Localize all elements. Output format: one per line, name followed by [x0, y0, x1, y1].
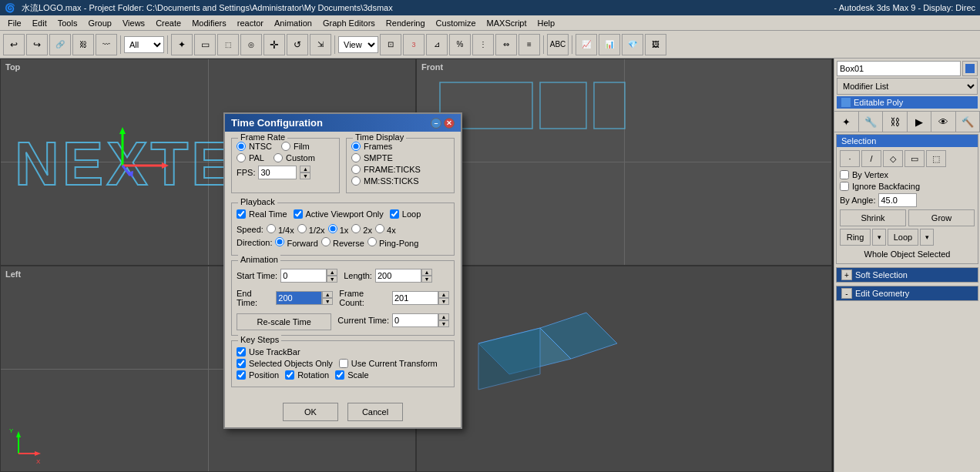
- rotation-checkbox[interactable]: [285, 370, 294, 380]
- loop-button[interactable]: Loop: [888, 229, 918, 246]
- cancel-button[interactable]: Cancel: [347, 403, 403, 421]
- speed-1x-radio[interactable]: [328, 224, 337, 233]
- menu-help[interactable]: Help: [533, 17, 560, 29]
- filter-dropdown[interactable]: All: [124, 36, 164, 53]
- unlink-button[interactable]: ⛓: [72, 34, 94, 55]
- smpte-radio[interactable]: [351, 153, 361, 162]
- loop-checkbox[interactable]: [390, 209, 399, 219]
- forward-radio[interactable]: [275, 237, 284, 246]
- menu-animation[interactable]: Animation: [270, 17, 317, 29]
- schematic-button[interactable]: 📊: [599, 34, 620, 55]
- loop-spin-btn[interactable]: ▾: [920, 229, 934, 246]
- menu-create[interactable]: Create: [151, 17, 186, 29]
- menu-file[interactable]: File: [3, 17, 26, 29]
- object-name-input[interactable]: [837, 61, 961, 76]
- film-radio[interactable]: [281, 142, 290, 151]
- scale-button[interactable]: ⇲: [310, 34, 331, 55]
- pal-radio[interactable]: [237, 153, 246, 162]
- fps-input[interactable]: [258, 166, 297, 179]
- mirror-button[interactable]: ⇔: [495, 34, 517, 55]
- menu-tools[interactable]: Tools: [53, 17, 82, 29]
- object-color-swatch[interactable]: [962, 61, 978, 76]
- display-tab[interactable]: 👁: [931, 112, 956, 132]
- viewport-front[interactable]: Front: [416, 59, 832, 266]
- menu-graph-editors[interactable]: Graph Editors: [318, 17, 380, 29]
- start-time-input[interactable]: [280, 269, 327, 283]
- redo-button[interactable]: ↪: [26, 34, 48, 55]
- poly-sel-icon[interactable]: ▭: [904, 150, 925, 167]
- ignore-backfacing-checkbox[interactable]: [840, 182, 849, 191]
- speed-2x-radio[interactable]: [351, 224, 361, 233]
- shrink-button[interactable]: Shrink: [840, 209, 906, 226]
- speed-1-4x-radio[interactable]: [267, 224, 276, 233]
- position-checkbox[interactable]: [237, 370, 246, 380]
- realtime-checkbox[interactable]: [237, 209, 246, 219]
- rescale-time-button[interactable]: Re-scale Time: [237, 313, 331, 330]
- named-sel-button[interactable]: ABC: [547, 34, 569, 55]
- use-trackbar-checkbox[interactable]: [237, 347, 246, 357]
- vertex-sel-icon[interactable]: ·: [840, 150, 860, 167]
- length-up[interactable]: ▲: [421, 269, 432, 276]
- select-object-button[interactable]: ✦: [171, 34, 193, 55]
- frame-count-input[interactable]: [392, 291, 438, 305]
- rotate-button[interactable]: ↺: [287, 34, 308, 55]
- time-config-dialog[interactable]: Time Configuration – ✕ Frame Rate NTSC F…: [223, 112, 462, 429]
- snap-toggle[interactable]: ⊡: [380, 34, 401, 55]
- edit-geometry-header[interactable]: - Edit Geometry: [837, 286, 978, 300]
- ntsc-radio[interactable]: [237, 142, 246, 151]
- length-input[interactable]: [375, 269, 421, 283]
- select-circle-button[interactable]: ◎: [240, 34, 262, 55]
- curve-editor-button[interactable]: 📈: [576, 34, 597, 55]
- border-sel-icon[interactable]: ◇: [883, 150, 903, 167]
- end-time-input[interactable]: [276, 291, 322, 305]
- ok-button[interactable]: OK: [283, 403, 338, 421]
- pingpong-radio[interactable]: [368, 237, 377, 246]
- current-time-input[interactable]: [392, 313, 438, 327]
- end-time-up[interactable]: ▲: [322, 291, 333, 298]
- view-dropdown[interactable]: View: [338, 36, 378, 53]
- modifier-list-dropdown[interactable]: Modifier List: [837, 78, 978, 95]
- current-time-up[interactable]: ▲: [438, 313, 449, 320]
- frame-count-down[interactable]: ▼: [438, 298, 449, 305]
- align-button[interactable]: ≡: [519, 34, 540, 55]
- element-sel-icon[interactable]: ⬚: [926, 150, 946, 167]
- select-rect-button[interactable]: ⬚: [217, 34, 239, 55]
- start-time-down[interactable]: ▼: [327, 276, 337, 283]
- angle-snap[interactable]: ⊿: [426, 34, 448, 55]
- frame-count-up[interactable]: ▲: [438, 291, 449, 298]
- select-link-button[interactable]: 🔗: [49, 34, 71, 55]
- reverse-radio[interactable]: [321, 237, 331, 246]
- menu-customize[interactable]: Customize: [431, 17, 481, 29]
- speed-4x-radio[interactable]: [375, 224, 384, 233]
- editable-poly-item[interactable]: Editable Poly: [837, 96, 978, 109]
- bind-spacewarp-button[interactable]: 〰: [96, 34, 117, 55]
- edge-sel-icon[interactable]: /: [861, 150, 881, 167]
- frameticks-radio[interactable]: [351, 165, 361, 174]
- use-current-transform-checkbox[interactable]: [339, 359, 348, 368]
- menu-reactor[interactable]: reactor: [233, 17, 268, 29]
- hierarchy-tab[interactable]: ⛓: [883, 112, 908, 132]
- select-region-button[interactable]: ▭: [194, 34, 216, 55]
- fps-spin-down[interactable]: ▼: [300, 172, 310, 179]
- current-time-down[interactable]: ▼: [438, 320, 449, 327]
- motion-tab[interactable]: ▶: [908, 112, 932, 132]
- render-button[interactable]: 🖼: [645, 34, 666, 55]
- menu-rendering[interactable]: Rendering: [381, 17, 430, 29]
- soft-sel-collapse[interactable]: +: [841, 269, 852, 280]
- dialog-minimize[interactable]: –: [431, 118, 441, 129]
- edit-geom-collapse[interactable]: -: [841, 288, 852, 299]
- speed-1-2x-radio[interactable]: [297, 224, 307, 233]
- snap-2d[interactable]: 3: [403, 34, 425, 55]
- custom-radio[interactable]: [274, 153, 283, 162]
- move-button[interactable]: ✛: [263, 34, 285, 55]
- menu-edit[interactable]: Edit: [28, 17, 52, 29]
- frames-radio[interactable]: [351, 142, 361, 151]
- menu-modifiers[interactable]: Modifiers: [187, 17, 231, 29]
- create-tab[interactable]: ✦: [834, 112, 859, 132]
- ring-button[interactable]: Ring: [840, 229, 871, 246]
- percent-snap[interactable]: %: [449, 34, 471, 55]
- dialog-close[interactable]: ✕: [444, 118, 455, 129]
- by-angle-input[interactable]: [878, 193, 917, 207]
- menu-maxscript[interactable]: MAXScript: [482, 17, 532, 29]
- modify-tab[interactable]: 🔧: [859, 112, 884, 132]
